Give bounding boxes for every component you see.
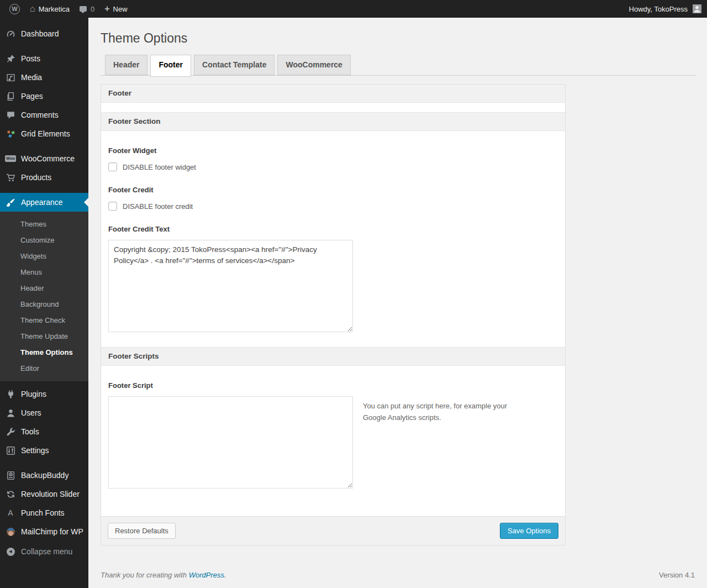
collapse-icon: ◀ [5,548,16,556]
submenu-item-menus[interactable]: Menus [0,264,88,280]
sidebar-group: PostsMediaPagesCommentsGrid Elements [0,49,88,143]
disable-footer-widget-checkbox[interactable] [108,162,117,171]
sidebar-group: BackupBuddyRevolution SliderAPunch Fonts… [0,466,88,541]
sidebar-group: Dashboard [0,24,88,43]
save-options-button[interactable]: Save Options [500,523,558,539]
grid-elements-icon [5,129,16,139]
wordpress-link[interactable]: WordPress [189,571,224,579]
backupbuddy-icon [5,471,16,480]
sidebar-item-label: Revolution Slider [21,490,80,498]
footer-script-help-text: You can put any script here, for example… [363,401,529,424]
sidebar-item-users[interactable]: Users [0,403,88,422]
sidebar-group: PluginsUsersToolsSettings [0,385,88,460]
sidebar-item-tools[interactable]: Tools [0,422,88,441]
comments-icon [5,111,16,120]
site-name: Marketica [39,5,70,13]
panel-spacer [101,103,565,112]
sidebar-item-label: Pages [21,92,43,101]
comment-bubble-icon [80,6,87,12]
submenu-item-customize[interactable]: Customize [0,232,88,248]
dashboard-icon [5,29,16,39]
submenu-item-theme-update[interactable]: Theme Update [0,328,88,344]
submenu-item-background[interactable]: Background [0,296,88,312]
sidebar-item-plugins[interactable]: Plugins [0,385,88,403]
restore-defaults-button[interactable]: Restore Defaults [108,523,176,539]
sidebar-item-pages[interactable]: Pages [0,87,88,106]
tools-icon [5,427,16,437]
footer-thanks: Thank you for creating with WordPress. [101,571,226,579]
submenu-item-theme-check[interactable]: Theme Check [0,312,88,328]
pages-icon [5,92,16,101]
main-content: Theme Options HeaderFooterContact Templa… [88,18,707,545]
disable-footer-credit-label: DISABLE footer credit [123,202,193,211]
footer-credit-text-label: Footer Credit Text [108,225,558,233]
sidebar-item-punch-fonts[interactable]: APunch Fonts [0,503,88,522]
sidebar-item-label: Appearance [21,198,63,207]
sidebar-item-label: Plugins [21,390,46,398]
sidebar-item-collapse-menu[interactable]: ◀Collapse menu [0,542,88,561]
submenu-item-editor[interactable]: Editor [0,360,88,376]
footer-script-textarea[interactable] [108,396,353,489]
submenu-item-themes[interactable]: Themes [0,216,88,232]
sidebar-item-label: WooCommerce [21,154,75,163]
sidebar-item-label: Comments [21,111,59,119]
page-title: Theme Options [101,30,696,46]
sidebar-item-comments[interactable]: Comments [0,106,88,124]
disable-footer-widget-label: DISABLE footer widget [123,163,196,171]
thanks-period: . [224,571,226,579]
submenu-item-widgets[interactable]: Widgets [0,248,88,264]
theme-options-panel: Footer Footer Section Footer Widget DISA… [101,84,566,545]
sidebar-item-posts[interactable]: Posts [0,49,88,68]
footer-credit-text-textarea[interactable]: Copyright &copy; 2015 TokoPress<span><a … [108,240,353,332]
sidebar-item-appearance[interactable]: Appearance [0,193,88,212]
sidebar-item-label: Dashboard [21,29,59,38]
home-icon: ⌂ [30,4,35,13]
avatar [693,4,701,13]
admin-bar: W ⌂ Marketica 0 + New Howdy, TokoPress [0,0,707,18]
sidebar-item-label: Products [21,173,51,182]
appearance-icon [5,198,16,207]
tab-footer[interactable]: Footer [150,55,191,77]
sidebar-item-grid-elements[interactable]: Grid Elements [0,124,88,143]
plugins-icon [5,390,16,399]
sidebar-item-products[interactable]: Products [0,168,88,187]
new-content-button[interactable]: + New [99,0,132,18]
footer-scripts-header: Footer Scripts [101,347,565,366]
submenu-item-header[interactable]: Header [0,280,88,296]
comment-count: 0 [91,5,94,13]
sidebar-item-mailchimp-for-wp[interactable]: MailChimp for WP [0,522,88,541]
site-link[interactable]: ⌂ Marketica [25,0,75,18]
plus-icon: + [104,4,109,13]
users-icon [5,408,16,418]
sidebar-item-label: Collapse menu [21,547,72,556]
woocommerce-icon: Woo [5,155,16,162]
tab-woocommerce[interactable]: WooCommerce [277,55,350,75]
sidebar-item-label: Tools [21,427,39,436]
sidebar-item-label: Posts [21,54,40,63]
sidebar-item-settings[interactable]: Settings [0,441,88,460]
sidebar-item-label: Media [21,73,42,82]
tab-contact-template[interactable]: Contact Template [194,55,275,75]
sidebar-item-dashboard[interactable]: Dashboard [0,24,88,43]
footer-script-label: Footer Script [108,381,558,390]
submenu-item-theme-options[interactable]: Theme Options [0,344,88,360]
footer-scripts-body: Footer Script You can put any script her… [101,366,565,516]
sidebar-item-label: Grid Elements [21,129,70,138]
sidebar-item-woocommerce[interactable]: WooWooCommerce [0,149,88,168]
admin-bar-account[interactable]: Howdy, TokoPress [629,0,701,18]
comments-shortcut[interactable]: 0 [75,0,99,18]
products-icon [5,173,16,182]
sidebar-item-revolution-slider[interactable]: Revolution Slider [0,485,88,503]
sidebar-item-media[interactable]: Media [0,68,88,87]
appearance-submenu: ThemesCustomizeWidgetsMenusHeaderBackgro… [0,212,88,381]
nav-tabs: HeaderFooterContact TemplateWooCommerce [101,55,696,76]
wordpress-menu-button[interactable]: W [4,0,25,18]
sidebar-item-backupbuddy[interactable]: BackupBuddy [0,466,88,485]
howdy-text: Howdy, TokoPress [629,5,688,13]
tab-header[interactable]: Header [105,55,147,75]
sidebar-item-label: MailChimp for WP [21,527,83,536]
sidebar-group: AppearanceThemesCustomizeWidgetsMenusHea… [0,193,88,381]
disable-footer-credit-checkbox[interactable] [108,202,117,211]
footer-widget-label: Footer Widget [108,146,558,155]
sidebar-item-label: BackupBuddy [21,471,68,480]
